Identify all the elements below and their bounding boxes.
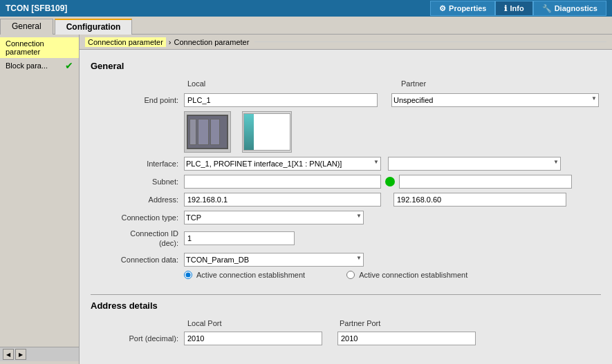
partner-interface-select[interactable] (388, 157, 561, 171)
sidebar-item-connection-parameter[interactable]: Connection parameter (0, 37, 79, 58)
local-endpoint-input[interactable] (184, 93, 378, 107)
connection-type-label: Connection type: (91, 213, 184, 222)
endpoint-row: End point: Unspecified (91, 93, 601, 107)
general-section-title: General (91, 61, 601, 71)
endpoint-label: End point: (91, 96, 184, 104)
port-label: Port (decimal): (91, 334, 184, 343)
general-section: General Local Partner End point: Unspeci… (91, 55, 601, 289)
scroll-left-btn[interactable]: ◀ (3, 349, 14, 360)
subnet-row: Subnet: (91, 175, 601, 189)
local-active-connection: Active connection establishment (184, 271, 305, 279)
partner-address-input[interactable] (393, 193, 566, 207)
local-interface-wrapper: PLC_1, PROFINET interface_1[X1 : PN(LAN)… (184, 157, 381, 171)
sidebar-item-block-para[interactable]: Block para... ✔ (0, 58, 79, 73)
address-label: Address: (91, 195, 184, 204)
local-device-image (184, 111, 231, 153)
title-tabs: ⚙ Properties ℹ Info 🔧 Diagnostics (430, 1, 606, 16)
tab-bar: General Configuration (0, 17, 612, 35)
connection-type-row: Connection type: TCP (91, 211, 601, 224)
connection-data-select[interactable]: TCON_Param_DB (184, 253, 364, 267)
properties-icon: ⚙ (439, 4, 446, 13)
partner-device-image: ? (242, 111, 292, 153)
port-row: Port (decimal): (91, 332, 601, 345)
breadcrumb: Connection parameter › Connection parame… (80, 35, 612, 50)
partner-col-header: Partner (401, 79, 601, 88)
green-dot-indicator (385, 177, 395, 186)
address-details-section: Address details Local Port Partner Port … (91, 300, 601, 345)
column-headers: Local Partner (187, 79, 601, 88)
breadcrumb-active: Connection parameter (85, 37, 166, 47)
interface-row: Interface: PLC_1, PROFINET interface_1[X… (91, 157, 601, 171)
subnet-label: Subnet: (91, 178, 184, 186)
connection-type-wrapper: TCP (184, 211, 364, 224)
local-subnet-input[interactable] (184, 175, 381, 189)
tab-properties[interactable]: ⚙ Properties (430, 1, 495, 16)
local-active-radio[interactable] (184, 271, 192, 279)
local-address-input[interactable] (184, 193, 381, 207)
local-col-header: Local (187, 79, 387, 88)
interface-label: Interface: (91, 160, 184, 168)
breadcrumb-current: Connection parameter (174, 38, 250, 46)
partner-interface-wrapper (388, 157, 561, 171)
connection-data-label: Connection data: (91, 256, 184, 264)
plc-device (187, 115, 228, 149)
content-area: Connection parameter Block para... ✔ ◀ ▶… (0, 35, 612, 364)
address-details-title: Address details (91, 300, 601, 311)
tab-configuration[interactable]: Configuration (55, 19, 133, 35)
port-col-headers: Local Port Partner Port (187, 319, 601, 327)
local-interface-select[interactable]: PLC_1, PROFINET interface_1[X1 : PN(LAN)… (184, 157, 381, 171)
partner-port-header: Partner Port (340, 319, 492, 327)
active-connection-row: Active connection establishment Active c… (91, 271, 601, 279)
local-port-input[interactable] (184, 332, 322, 345)
unknown-device: ? (243, 113, 290, 151)
window-title: TCON [SFB109] (6, 3, 67, 13)
sidebar: Connection parameter Block para... ✔ ◀ ▶ (0, 35, 80, 364)
partner-subnet-input[interactable] (399, 175, 572, 189)
sidebar-scroll: ◀ ▶ (0, 347, 79, 361)
section-separator (91, 294, 601, 295)
tab-diagnostics[interactable]: 🔧 Diagnostics (533, 1, 606, 16)
info-icon: ℹ (504, 4, 507, 13)
connection-id-input[interactable] (184, 231, 295, 245)
device-left-bar (244, 114, 254, 150)
check-icon: ✔ (65, 60, 73, 71)
connection-data-row: Connection data: TCON_Param_DB (91, 253, 601, 267)
local-port-header: Local Port (187, 319, 340, 327)
question-mark-icon: ? (266, 121, 277, 143)
address-row: Address: (91, 193, 601, 207)
tab-info[interactable]: ℹ Info (495, 1, 532, 16)
device-images-row: ? (91, 111, 601, 153)
diagnostics-icon: 🔧 (542, 4, 552, 13)
partner-endpoint-wrapper: Unspecified (391, 93, 599, 107)
main-container: General Configuration Connection paramet… (0, 17, 612, 364)
scroll-right-btn[interactable]: ▶ (15, 349, 26, 360)
partner-active-radio[interactable] (346, 271, 355, 279)
partner-active-connection: Active connection establishment (346, 271, 467, 279)
main-panel: Connection parameter › Connection parame… (80, 35, 612, 364)
partner-endpoint-select[interactable]: Unspecified (391, 93, 599, 107)
partner-port-input[interactable] (337, 332, 476, 345)
connection-id-label: Connection ID (dec): (91, 229, 184, 249)
title-bar: TCON [SFB109] ⚙ Properties ℹ Info 🔧 Diag… (0, 0, 612, 17)
connection-id-row: Connection ID (dec): (91, 229, 601, 249)
connection-data-wrapper: TCON_Param_DB (184, 253, 364, 267)
connection-type-select[interactable]: TCP (184, 211, 364, 224)
tab-general[interactable]: General (0, 19, 53, 35)
